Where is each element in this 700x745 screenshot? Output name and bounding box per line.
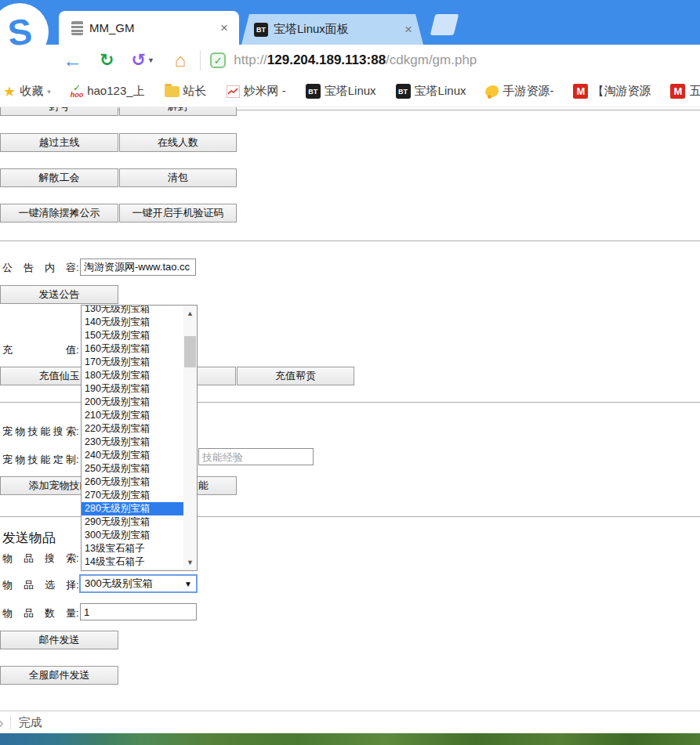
announce-input[interactable]	[80, 259, 196, 276]
m-icon: M	[670, 84, 685, 99]
mail-send-button[interactable]: 邮件发送	[0, 631, 118, 649]
tab-bt-panel[interactable]: BT 宝塔Linux面板 ×	[241, 14, 423, 45]
dropdown-option[interactable]: 250无级别宝箱	[82, 462, 183, 476]
bt-favicon: BT	[254, 23, 268, 37]
bookmark-wuhao[interactable]: M 五号社	[670, 84, 700, 99]
send-announce-button[interactable]: 发送公告	[0, 285, 118, 304]
bookmark-shouyou[interactable]: 手游资源-	[485, 84, 553, 99]
pet-skill-search-label: 宠物技能搜索:	[2, 425, 79, 439]
clear-bag-button[interactable]: 清包	[119, 168, 237, 187]
separator	[0, 240, 700, 242]
dropdown-option[interactable]: 220无级别宝箱	[82, 422, 183, 436]
bookmark-zhanzhang[interactable]: 站长	[165, 84, 207, 99]
dropdown-option[interactable]: 210无级别宝箱	[82, 409, 183, 422]
url-scheme: http://	[234, 52, 267, 67]
desktop-wallpaper-strip	[0, 733, 700, 745]
bookmark-baota-2[interactable]: BT 宝塔Linux	[396, 84, 466, 99]
hao123-icon: ✓ hoo	[71, 85, 84, 98]
dropdown-option[interactable]: 14级宝石箱子	[82, 555, 183, 569]
close-icon[interactable]: ×	[216, 20, 239, 36]
m-icon: M	[573, 84, 588, 99]
unban-button[interactable]: 解封	[119, 107, 237, 116]
bookmark-baota-1[interactable]: BT 宝塔Linux	[306, 84, 376, 99]
skip-mainline-button[interactable]: 越过主线	[0, 133, 118, 152]
page-favicon	[71, 21, 83, 35]
all-server-mail-button[interactable]: 全服邮件发送	[0, 666, 118, 685]
tab-mm-gm[interactable]: MM_GM ×	[59, 11, 239, 45]
status-text: 完成	[19, 715, 42, 730]
dropdown-scrollbar[interactable]: ▲ ▼	[183, 306, 197, 570]
bookmark-favorites[interactable]: ★ 收藏 ▾	[3, 83, 51, 100]
url-host: 129.204.189.113:88	[267, 52, 386, 67]
dropdown-option[interactable]: 260无级别宝箱	[82, 476, 183, 489]
bookmark-taoyou[interactable]: M 【淘游资源	[573, 84, 651, 99]
scrollbar-thumb[interactable]	[184, 336, 196, 367]
url-path: /cdkgm/gm.php	[386, 52, 477, 67]
scroll-down-icon[interactable]: ▼	[183, 559, 197, 566]
address-bar[interactable]: http://129.204.189.113:88/cdkgm/gm.php	[234, 52, 477, 68]
online-count-button[interactable]: 在线人数	[119, 133, 237, 152]
dropdown-option[interactable]: 13级宝石箱子	[82, 542, 183, 555]
clear-stall-button[interactable]: 一键清除摆摊公示	[0, 204, 118, 222]
toolbar-divider	[200, 50, 201, 71]
dropdown-option[interactable]: 230无级别宝箱	[82, 436, 183, 449]
dropdown-options: 130无级别宝箱140无级别宝箱150无级别宝箱160无级别宝箱170无级别宝箱…	[82, 305, 197, 571]
recharge-label: 充值:	[2, 343, 79, 357]
status-bar: › 完成	[0, 711, 700, 733]
item-select-label: 物品选择:	[2, 578, 79, 592]
dropdown-option[interactable]: 130无级别宝箱	[82, 305, 183, 316]
new-tab-button[interactable]	[430, 14, 459, 35]
dropdown-option[interactable]: 200无级别宝箱	[82, 396, 183, 409]
scroll-up-icon[interactable]: ▲	[183, 309, 197, 317]
skill-exp-input[interactable]	[198, 448, 314, 465]
tab-title: 宝塔Linux面板	[274, 22, 400, 37]
star-icon: ★	[3, 83, 16, 100]
folder-icon	[165, 86, 180, 97]
item-qty-label: 物品数量:	[2, 606, 79, 620]
dropdown-option[interactable]: 140无级别宝箱	[82, 316, 183, 329]
item-select[interactable]: 300无级别宝箱 ▼	[79, 574, 198, 593]
status-divider	[10, 715, 11, 729]
bt-icon: BT	[306, 84, 321, 99]
gm-panel-page: 封号 解封 越过主线 在线人数 解散工会 清包 一键清除摆摊公示 一键开启手机验…	[0, 107, 700, 711]
enable-phone-code-button[interactable]: 一键开启手机验证码	[119, 204, 237, 222]
dropdown-option[interactable]: 240无级别宝箱	[82, 449, 183, 462]
status-chevron-icon[interactable]: ›	[0, 714, 4, 732]
dropdown-option[interactable]: 190无级别宝箱	[82, 382, 183, 396]
announce-label: 公告内容:	[2, 261, 79, 275]
home-icon[interactable]: ⌂	[175, 51, 187, 70]
bookmark-hao123[interactable]: ✓ hoo hao123_上	[71, 84, 145, 99]
dropdown-option[interactable]: 270无级别宝箱	[82, 489, 183, 502]
dropdown-option[interactable]: 150无级别宝箱	[82, 329, 183, 342]
bt-icon: BT	[396, 84, 411, 99]
pet-skill-custom-label: 宠物技能定制:	[2, 453, 79, 467]
dropdown-option[interactable]: 15级宝石箱子	[82, 569, 183, 571]
dropdown-option[interactable]: 280无级别宝箱	[82, 502, 183, 515]
dropdown-option[interactable]: 300无级别宝箱	[82, 529, 183, 542]
item-dropdown-list: 130无级别宝箱140无级别宝箱150无级别宝箱160无级别宝箱170无级别宝箱…	[81, 305, 198, 571]
dropdown-option[interactable]: 160无级别宝箱	[82, 342, 183, 356]
bookmarks-bar: ★ 收藏 ▾ ✓ hoo hao123_上 站长 妙米网 - BT 宝塔Linu…	[0, 76, 700, 107]
ban-button[interactable]: 封号	[0, 107, 118, 116]
security-shield-icon[interactable]: ✓	[210, 52, 226, 68]
disband-guild-button[interactable]: 解散工会	[0, 168, 118, 187]
refresh-icon[interactable]: ↻	[100, 52, 114, 69]
dropdown-option[interactable]: 290无级别宝箱	[82, 515, 183, 529]
chevron-down-icon: ▼	[184, 580, 192, 588]
recharge-banggong-button[interactable]: 充值帮贡	[237, 367, 354, 385]
item-search-label: 物品搜索:	[2, 552, 79, 566]
chevron-down-icon: ▾	[47, 88, 51, 96]
chart-icon	[227, 85, 240, 98]
send-item-heading: 发送物品	[2, 529, 56, 547]
back-icon[interactable]: ←	[63, 51, 82, 71]
trophy-icon	[485, 85, 499, 97]
tab-title: MM_GM	[89, 21, 216, 34]
bookmark-miaomi[interactable]: 妙米网 -	[227, 84, 286, 99]
browser-toolbar: ← ↻ ↺ ▼ ⌂ ✓ http://129.204.189.113:88/cd…	[0, 45, 700, 76]
item-select-value: 300无级别宝箱	[85, 577, 153, 591]
dropdown-option[interactable]: 180无级别宝箱	[82, 369, 183, 382]
item-qty-input[interactable]	[80, 603, 197, 620]
dropdown-option[interactable]: 170无级别宝箱	[82, 356, 183, 369]
undo-dropdown-icon[interactable]: ▼	[147, 56, 154, 64]
undo-icon[interactable]: ↺	[131, 52, 145, 69]
